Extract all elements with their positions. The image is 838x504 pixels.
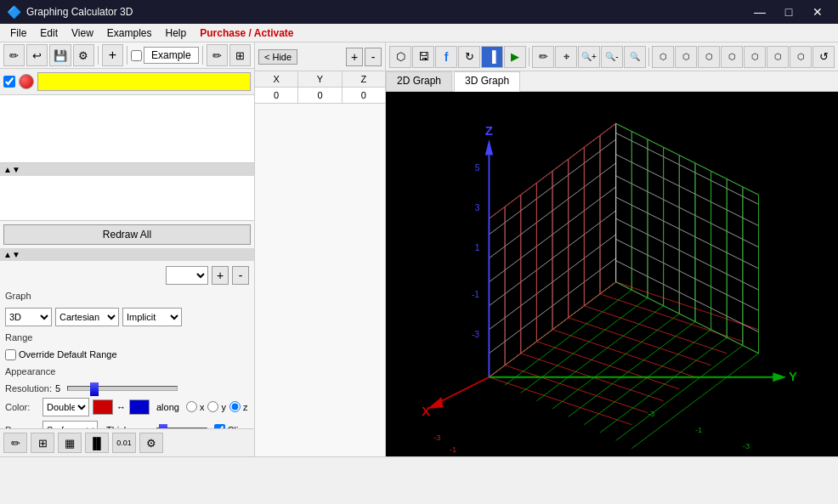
svg-text:1: 1 bbox=[475, 243, 480, 252]
graph-sep-1 bbox=[529, 48, 529, 66]
maximize-button[interactable]: □ bbox=[775, 3, 802, 20]
status-bar bbox=[0, 456, 838, 475]
graph-btn-g3[interactable]: ⬡ bbox=[698, 46, 720, 68]
settings-select-empty[interactable] bbox=[166, 266, 208, 285]
collapse-bar-2[interactable]: ▲▼ bbox=[0, 248, 254, 261]
color-swatch-blue[interactable] bbox=[129, 399, 150, 415]
color-z-label: z bbox=[229, 401, 248, 412]
hide-button[interactable]: < Hide bbox=[258, 49, 297, 65]
graph-btn-g7[interactable]: ⬡ bbox=[790, 46, 812, 68]
tab-3d[interactable]: 3D Graph bbox=[454, 71, 520, 92]
along-label: along bbox=[156, 402, 179, 412]
toolbar-add[interactable]: + bbox=[102, 44, 123, 66]
example-checkbox[interactable] bbox=[131, 50, 142, 61]
menu-examples[interactable]: Examples bbox=[100, 25, 159, 41]
bottom-pencil-btn[interactable]: ✏ bbox=[3, 433, 27, 453]
appearance-section-label: Appearance bbox=[5, 366, 55, 377]
middle-minus[interactable]: - bbox=[365, 48, 382, 66]
toolbar-pencil2[interactable]: ✏ bbox=[207, 44, 228, 66]
graph-btn-cursor[interactable]: ⌖ bbox=[555, 46, 577, 68]
collapse-bar-1[interactable]: ▲▼ bbox=[0, 163, 254, 176]
graph-btn-g6[interactable]: ⬡ bbox=[767, 46, 789, 68]
override-range-label: Override Default Range bbox=[5, 349, 117, 360]
graph-btn-pencil[interactable]: ✏ bbox=[532, 46, 554, 68]
color-picker[interactable] bbox=[19, 74, 34, 89]
svg-text:-1: -1 bbox=[450, 445, 456, 454]
menu-view[interactable]: View bbox=[65, 25, 100, 41]
color-z-radio[interactable] bbox=[229, 401, 241, 412]
graph-type-select[interactable]: 3D 2D bbox=[5, 308, 52, 326]
bottom-chart-btn[interactable]: ▐▌ bbox=[85, 433, 109, 453]
graph-btn-1[interactable]: ⬡ bbox=[389, 46, 411, 68]
graph-btn-play[interactable]: ▶ bbox=[504, 46, 526, 68]
example-button[interactable]: Example bbox=[144, 47, 199, 64]
app-title: Graphing Calculator 3D bbox=[26, 6, 133, 18]
range-section-label: Range bbox=[5, 332, 32, 343]
toolbar-save[interactable]: 💾 bbox=[49, 44, 71, 66]
bottom-settings-btn[interactable]: ⚙ bbox=[139, 433, 163, 453]
graph-canvas: Z X Y 5 3 1 -1 -3 -3 -1 -3 -1 -3 bbox=[386, 92, 838, 456]
svg-text:-3: -3 bbox=[433, 433, 440, 442]
bottom-decimal-btn[interactable]: 0.01 bbox=[112, 433, 136, 453]
graph-btn-2[interactable]: 🖫 bbox=[412, 46, 434, 68]
function-type-select[interactable]: Implicit Explicit bbox=[122, 308, 182, 326]
graph-btn-3[interactable]: ↻ bbox=[458, 46, 480, 68]
menu-edit[interactable]: Edit bbox=[33, 25, 65, 41]
menu-purchase[interactable]: Purchase / Activate bbox=[193, 25, 300, 41]
override-range-checkbox[interactable] bbox=[5, 349, 16, 360]
toolbar-settings[interactable]: ⚙ bbox=[73, 44, 94, 66]
graph-btn-facebook[interactable]: f bbox=[435, 46, 457, 68]
graph-toolbar: ⬡ 🖫 f ↻ ▐ ▶ ✏ ⌖ 🔍+ 🔍- 🔍 ⬡ ⬡ ⬡ ⬡ ⬡ ⬡ ⬡ ↺ bbox=[386, 42, 838, 71]
menu-help[interactable]: Help bbox=[159, 25, 194, 41]
z-header: Z bbox=[343, 71, 385, 87]
graph-btn-rotate[interactable]: ↺ bbox=[813, 46, 835, 68]
graph-btn-g4[interactable]: ⬡ bbox=[721, 46, 743, 68]
color-y-radio[interactable] bbox=[207, 401, 218, 412]
toolbar-undo[interactable]: ↩ bbox=[26, 44, 48, 66]
bottom-table-btn[interactable]: ▦ bbox=[58, 433, 82, 453]
graph-btn-g5[interactable]: ⬡ bbox=[744, 46, 766, 68]
svg-text:-3: -3 bbox=[648, 410, 654, 418]
middle-plus[interactable]: + bbox=[346, 48, 363, 66]
bottom-grid-btn[interactable]: ⊞ bbox=[31, 433, 54, 453]
color-x-radio[interactable] bbox=[186, 401, 197, 412]
equation-input[interactable] bbox=[37, 72, 251, 91]
equation-checkbox[interactable] bbox=[3, 76, 15, 88]
graph-btn-zoom3[interactable]: 🔍 bbox=[624, 46, 646, 68]
draw-type-select[interactable]: Surface Wireframe bbox=[42, 421, 98, 428]
x-value: 0 bbox=[255, 88, 298, 103]
graph-btn-blue[interactable]: ▐ bbox=[481, 46, 503, 68]
toolbar-grid[interactable]: ⊞ bbox=[229, 44, 251, 66]
resolution-slider[interactable] bbox=[67, 386, 178, 391]
window-controls: — □ ✕ bbox=[746, 3, 831, 20]
svg-text:-3: -3 bbox=[743, 442, 750, 450]
color-x-label: x bbox=[186, 401, 205, 412]
coord-type-select[interactable]: Cartesian Polar bbox=[55, 308, 119, 326]
left-panel: ✏ ↩ 💾 ⚙ + Example ✏ ⊞ ▲▼ bbox=[0, 42, 255, 456]
svg-text:Z: Z bbox=[485, 123, 493, 138]
settings-minus[interactable]: - bbox=[232, 266, 249, 285]
right-panel: ⬡ 🖫 f ↻ ▐ ▶ ✏ ⌖ 🔍+ 🔍- 🔍 ⬡ ⬡ ⬡ ⬡ ⬡ ⬡ ⬡ ↺ … bbox=[386, 42, 838, 456]
x-header: X bbox=[255, 71, 298, 87]
settings-panel: + - Graph 3D 2D Cartesian Polar Implicit bbox=[0, 261, 254, 428]
toolbar-sep-1 bbox=[98, 46, 99, 65]
graph-btn-g2[interactable]: ⬡ bbox=[675, 46, 697, 68]
graph-btn-g1[interactable]: ⬡ bbox=[652, 46, 674, 68]
color-type-select[interactable]: Double Single bbox=[42, 398, 89, 416]
close-button[interactable]: ✕ bbox=[804, 3, 831, 20]
tab-2d[interactable]: 2D Graph bbox=[386, 71, 452, 91]
thickness-slider[interactable] bbox=[156, 428, 207, 428]
graph-section-label: Graph bbox=[5, 291, 31, 301]
graph-btn-zoom2[interactable]: 🔍- bbox=[601, 46, 623, 68]
z-value: 0 bbox=[343, 88, 385, 103]
menu-file[interactable]: File bbox=[3, 25, 33, 41]
toolbar-pencil[interactable]: ✏ bbox=[3, 44, 25, 66]
xyz-values: 0 0 0 bbox=[255, 88, 385, 104]
arrow-icon: ↔ bbox=[116, 402, 126, 412]
svg-text:-1: -1 bbox=[695, 426, 702, 434]
redraw-button[interactable]: Redraw All bbox=[3, 224, 251, 245]
graph-btn-zoom1[interactable]: 🔍+ bbox=[578, 46, 600, 68]
color-swatch-red[interactable] bbox=[93, 399, 113, 415]
settings-plus[interactable]: + bbox=[212, 266, 229, 285]
minimize-button[interactable]: — bbox=[746, 3, 773, 20]
